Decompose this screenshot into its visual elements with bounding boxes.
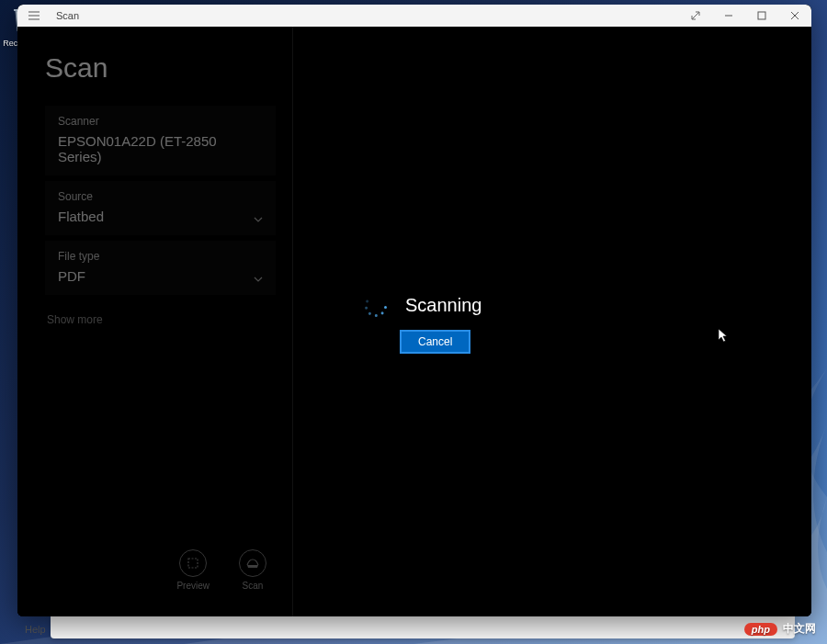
- scanner-field[interactable]: Scanner EPSON01A22D (ET-2850 Series): [45, 106, 276, 175]
- show-more-link[interactable]: Show more: [45, 300, 276, 339]
- watermark-text: 中文网: [783, 621, 816, 637]
- expand-icon[interactable]: [679, 5, 712, 27]
- filetype-value: PDF: [58, 268, 263, 284]
- source-value: Flatbed: [58, 209, 263, 224]
- preview-label: Preview: [176, 581, 210, 591]
- page-title: Scan: [45, 52, 276, 84]
- titlebar: Scan: [17, 5, 811, 27]
- app-body: Scan Scanner EPSON01A22D (ET-2850 Series…: [17, 27, 811, 616]
- watermark: php 中文网: [744, 621, 816, 637]
- source-label: Source: [58, 190, 263, 203]
- chevron-down-icon: [254, 274, 263, 284]
- cancel-button[interactable]: Cancel: [400, 330, 470, 354]
- scan-icon: [239, 549, 266, 577]
- svg-rect-0: [758, 12, 765, 19]
- main-area: Scanning Cancel: [293, 27, 811, 616]
- progress-spinner-icon: [367, 297, 385, 315]
- filetype-label: File type: [58, 250, 263, 263]
- card-behind-window: [51, 616, 795, 638]
- close-icon[interactable]: [778, 5, 811, 27]
- help-label: Help: [25, 624, 46, 635]
- scanner-label: Scanner: [58, 115, 263, 128]
- minimize-icon[interactable]: [712, 5, 745, 27]
- sidebar: Scan Scanner EPSON01A22D (ET-2850 Series…: [17, 27, 293, 616]
- scan-app-window: Scan Scan Scanner EPSON01A22D (ET-2850 S…: [17, 5, 811, 616]
- maximize-icon[interactable]: [745, 5, 778, 27]
- desktop: Recycle Bin Help Scan Scan: [0, 0, 827, 644]
- scan-label: Scan: [243, 581, 264, 591]
- scan-button[interactable]: Scan: [239, 549, 266, 591]
- window-title: Scan: [51, 10, 79, 21]
- filetype-field[interactable]: File type PDF: [45, 241, 276, 295]
- scanner-value: EPSON01A22D (ET-2850 Series): [58, 133, 263, 164]
- status-row: Scanning: [367, 295, 481, 316]
- status-text: Scanning: [405, 295, 481, 316]
- source-field[interactable]: Source Flatbed: [45, 181, 276, 235]
- hamburger-menu-icon[interactable]: [17, 5, 51, 27]
- preview-icon: [179, 549, 207, 577]
- watermark-pill: php: [744, 623, 777, 636]
- preview-button[interactable]: Preview: [176, 549, 210, 591]
- bottom-buttons: Preview Scan: [45, 538, 276, 605]
- chevron-down-icon: [254, 214, 263, 224]
- svg-rect-1: [188, 559, 198, 568]
